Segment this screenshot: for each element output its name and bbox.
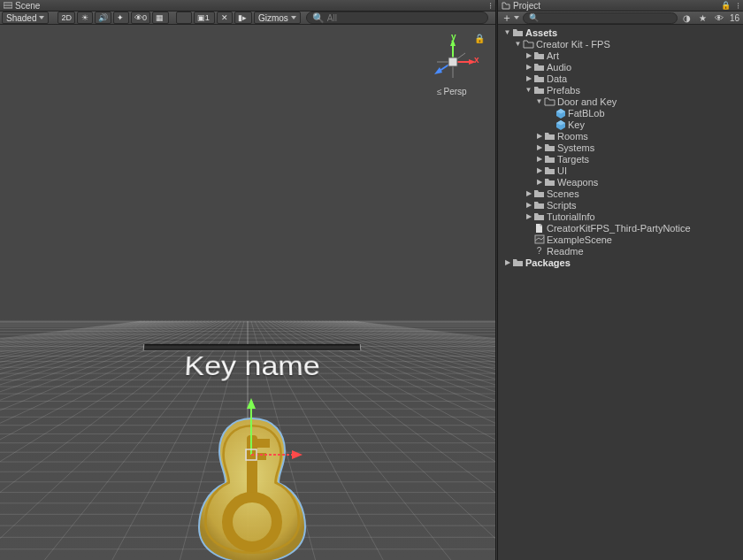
tree-row-label: Prefabs (547, 85, 580, 96)
key-prefab-object[interactable] (195, 414, 310, 560)
filter-favorites-button[interactable]: ★ (697, 12, 709, 24)
chevron-down-icon (514, 16, 519, 19)
tree-row[interactable]: ▼Door and Key (498, 96, 743, 107)
tree-row[interactable]: ▼Assets (498, 27, 743, 38)
scene-icon (533, 234, 545, 245)
collapse-icon[interactable]: ▼ (525, 86, 532, 94)
doc-icon (533, 223, 545, 234)
project-tab-icon (502, 1, 510, 10)
tree-row[interactable]: ▶Systems (498, 142, 743, 153)
gizmos-dropdown[interactable]: Gizmos (254, 12, 301, 24)
toggle-fx-button[interactable]: ✦ (113, 12, 129, 24)
scene-toolbar: Shaded 2D ☀ 🔊 ✦ 👁0 ▦ ▣1 ✕ ▮▸ Gizmos 🔍 (0, 12, 495, 25)
camera-count-button[interactable]: ▣1 (194, 12, 215, 24)
shading-mode-dropdown[interactable]: Shaded (2, 12, 49, 24)
camera-button[interactable]: ▮▸ (234, 12, 252, 24)
tree-row-label: Packages (525, 257, 571, 268)
expand-icon[interactable]: ▶ (535, 155, 543, 163)
orientation-gizmo-graphic (428, 37, 481, 87)
lock-icon[interactable]: 🔒 (721, 1, 731, 10)
toggle-skybox-button[interactable]: ☀ (77, 12, 93, 24)
project-search-input[interactable] (541, 13, 671, 23)
scene-viewport[interactable]: 🔒 y x Persp Key name (0, 25, 495, 560)
expand-icon[interactable]: ▶ (535, 166, 543, 174)
tree-row[interactable]: ▶Targets (498, 153, 743, 165)
tree-row[interactable]: ▼Prefabs (498, 84, 743, 96)
project-tree[interactable]: ▼Assets▼Creator Kit - FPS▶Art▶Audio▶Data… (498, 25, 743, 560)
toggle-hidden-button[interactable]: 👁0 (131, 12, 150, 24)
scene-search[interactable]: 🔍 (306, 12, 488, 24)
collapse-icon[interactable]: ▼ (503, 28, 511, 36)
hidden-toggle-button[interactable]: 👁 (713, 12, 725, 24)
expand-icon[interactable]: ▶ (525, 212, 532, 220)
svg-rect-13 (257, 439, 270, 448)
folder-icon (533, 73, 545, 84)
speaker-icon: 🔊 (98, 13, 108, 22)
toggle-audio-button[interactable]: 🔊 (95, 12, 111, 24)
eye-icon: 👁 (134, 13, 142, 22)
tree-row-label: TutorialInfo (547, 211, 595, 222)
scene-tab[interactable]: Scene (4, 1, 40, 11)
expand-icon[interactable]: ▶ (525, 201, 532, 209)
tree-row[interactable]: ▶Scenes (498, 188, 743, 199)
project-panel: Project 🔒 ⁝ ＋ 🔍 ◑ ★ 👁 16 ▼Assets▼Creator… (498, 0, 743, 560)
tree-row-label: Assets (525, 27, 557, 38)
tree-row-label: Readme (547, 246, 584, 257)
project-tab-bar: Project 🔒 ⁝ (498, 0, 743, 12)
tree-row[interactable]: ▶Data (498, 73, 743, 84)
folder-icon (533, 200, 545, 211)
panel-options-icon[interactable]: ⁝ (489, 1, 492, 11)
tree-row-label: FatBLob (568, 108, 605, 119)
tree-row-label: Weapons (557, 177, 598, 188)
tree-row[interactable]: ▶Scripts (498, 199, 743, 211)
create-asset-button[interactable]: ＋ (502, 11, 519, 26)
tree-row[interactable]: ▶TutorialInfo (498, 211, 743, 222)
tree-row[interactable]: ▶Weapons (498, 176, 743, 188)
object-floating-label: Key name (139, 341, 364, 389)
toggle-2d-button[interactable]: 2D (57, 12, 75, 24)
folder-icon (533, 188, 545, 199)
project-tab-label: Project (513, 1, 540, 11)
expand-icon[interactable]: ▶ (525, 74, 532, 82)
expand-icon[interactable]: ▶ (525, 189, 532, 197)
projection-label[interactable]: Persp (437, 87, 467, 96)
tree-row[interactable]: ▶Packages (498, 257, 743, 268)
tools-button[interactable]: ✕ (217, 12, 233, 24)
collapse-icon[interactable]: ▼ (514, 40, 522, 48)
lightbulb-icon: ☀ (81, 13, 88, 22)
panel-options-icon[interactable]: ⁝ (737, 1, 739, 11)
tree-row[interactable]: ▶Audio (498, 61, 743, 73)
toggle-grid-button[interactable]: ▦ (152, 12, 169, 24)
folder-icon (544, 165, 555, 176)
expand-icon[interactable]: ▶ (503, 258, 511, 266)
tree-row-label: Key (568, 119, 585, 130)
project-search[interactable]: 🔍 (523, 12, 678, 24)
project-tab[interactable]: Project (502, 1, 540, 11)
tree-row[interactable]: Key (498, 119, 743, 130)
tree-row[interactable]: ▶Rooms (498, 130, 743, 142)
folder-icon (533, 62, 545, 73)
expand-icon[interactable]: ▶ (535, 132, 543, 140)
svg-rect-14 (257, 453, 266, 460)
search-icon: 🔍 (312, 12, 325, 24)
tree-row[interactable]: ▶UI (498, 165, 743, 176)
expand-icon[interactable]: ▶ (525, 51, 532, 59)
expand-icon[interactable]: ▶ (525, 63, 532, 71)
tree-row-label: UI (557, 165, 567, 176)
folder-o-icon (544, 96, 555, 107)
orientation-gizmo[interactable]: 🔒 y x Persp (423, 32, 485, 103)
folder-icon (533, 50, 545, 61)
scene-search-input[interactable] (327, 13, 482, 23)
collapse-icon[interactable]: ▼ (535, 97, 543, 105)
tree-row[interactable]: ▶Art (498, 50, 743, 61)
tree-row[interactable]: ▼Creator Kit - FPS (498, 38, 743, 50)
tree-row[interactable]: FatBLob (498, 107, 743, 119)
expand-icon[interactable]: ▶ (535, 178, 543, 186)
tree-row[interactable]: ?Readme (498, 245, 743, 257)
tree-row[interactable]: ExampleScene (498, 234, 743, 245)
filter-by-type-button[interactable]: ◑ (681, 12, 693, 24)
prefab-icon (555, 119, 566, 130)
expand-icon[interactable]: ▶ (535, 143, 543, 151)
tree-row[interactable]: CreatorKitFPS_Third-PartyNotice (498, 222, 743, 234)
component-tools-dropdown[interactable] (176, 12, 192, 24)
